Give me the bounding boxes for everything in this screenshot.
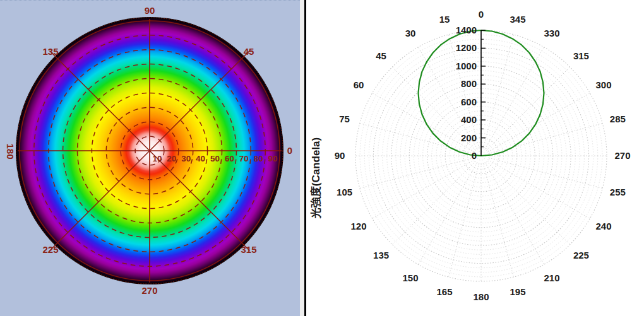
radial-tick-label: 40	[196, 154, 205, 163]
radial-tick-label: 400	[461, 114, 477, 125]
radial-tick-label: 80	[254, 154, 263, 163]
polar-line-chart: 0200400600800100012001400015304560759010…	[306, 0, 644, 316]
angle-label: 150	[402, 272, 418, 283]
polar-heatmap-chart: 04590135180225270315102030405060708090	[0, 1, 300, 316]
angle-label: 165	[437, 286, 453, 297]
photometric-viewer: 04590135180225270315102030405060708090 0…	[0, 0, 644, 316]
radial-tick-label: 800	[461, 78, 477, 89]
radial-tick-label: 90	[268, 154, 278, 163]
intensity-curve-panel: 0200400600800100012001400015304560759010…	[306, 0, 644, 316]
grid-spoke	[360, 123, 474, 153]
radial-tick-label: 1200	[456, 42, 477, 53]
angle-label: 195	[510, 286, 525, 297]
angle-label: 60	[354, 79, 364, 90]
angle-label: 120	[350, 221, 366, 231]
angle-label: 0	[287, 145, 292, 156]
angle-label: 240	[595, 221, 611, 231]
grid-spoke	[483, 35, 513, 149]
radial-tick-label: 600	[461, 97, 477, 107]
panel-divider-strip	[300, 0, 304, 316]
angle-label: 315	[573, 50, 589, 61]
angle-label: 270	[141, 285, 157, 296]
angle-label: 180	[5, 143, 16, 159]
radial-tick-label: 1400	[456, 25, 477, 35]
grid-spoke	[360, 158, 474, 188]
radial-tick-label: 10	[152, 154, 162, 163]
angle-label: 180	[473, 291, 489, 302]
radial-tick-label: 1000	[456, 61, 477, 71]
angle-label: 90	[335, 150, 345, 161]
grid-spoke	[419, 162, 478, 264]
grid-spoke	[448, 163, 479, 278]
angle-label: 255	[610, 187, 626, 197]
angle-label: 45	[376, 50, 386, 61]
radial-tick-label: 200	[461, 132, 477, 143]
angle-label: 90	[145, 5, 155, 16]
angle-label: 135	[43, 46, 59, 57]
angle-label: 270	[614, 150, 630, 161]
radial-tick-label: 50	[210, 154, 220, 163]
angle-label: 300	[595, 79, 611, 90]
intensity-heatmap-panel: 04590135180225270315102030405060708090	[0, 0, 300, 316]
radial-tick-label: 70	[239, 154, 249, 163]
angle-label: 225	[43, 244, 59, 255]
angle-label: 330	[544, 28, 559, 38]
angle-label: 30	[405, 28, 416, 38]
radial-tick-label: 30	[181, 154, 191, 163]
angle-label: 345	[510, 14, 525, 25]
angle-label: 15	[439, 14, 450, 25]
grid-spoke	[489, 123, 603, 153]
angle-label: 45	[244, 46, 254, 57]
angle-label: 135	[373, 250, 389, 260]
radial-tick-label: 0	[472, 150, 477, 161]
radial-tick-label: 60	[225, 154, 234, 163]
angle-label: 225	[573, 250, 589, 260]
grid-spoke	[487, 93, 590, 153]
angle-label: 105	[337, 187, 352, 197]
angle-label: 315	[241, 244, 256, 255]
radial-tick-label: 20	[167, 154, 176, 163]
grid-spoke	[392, 161, 475, 244]
grid-spoke	[373, 160, 475, 219]
angle-label: 75	[339, 114, 350, 124]
angle-label: 210	[544, 272, 559, 283]
angle-label: 285	[610, 114, 626, 124]
angle-label: 0	[479, 9, 484, 20]
grid-spoke	[489, 158, 603, 188]
grid-spoke	[483, 163, 513, 278]
grid-spoke	[486, 161, 569, 244]
y-axis-title: 光強度(Candela)	[309, 138, 322, 219]
